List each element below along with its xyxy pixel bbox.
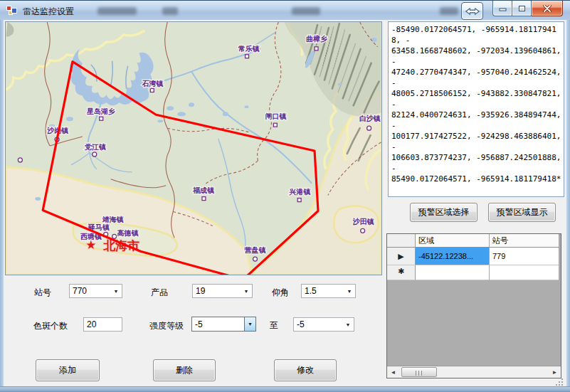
cell-station[interactable]: 779 — [490, 248, 559, 265]
minimize-icon — [499, 5, 507, 11]
add-button[interactable]: 添加 — [36, 359, 100, 381]
grid-header-row: 区域 站号 — [387, 234, 561, 248]
chevron-down-icon[interactable]: ▼ — [110, 285, 122, 297]
window-border-left — [0, 20, 4, 386]
spot-count-label: 色斑个数 — [33, 320, 68, 332]
town-label: 沙田镇 — [352, 218, 375, 226]
intensity-to-combobox[interactable]: -5 ▼ — [293, 317, 354, 332]
town-label: 党江镇 — [85, 143, 107, 151]
table-row[interactable]: ▶ -45122.12238... 779 — [387, 248, 561, 265]
delete-button[interactable]: 删除 — [153, 359, 216, 381]
resize-grip[interactable] — [556, 378, 564, 386]
chevron-down-icon[interactable]: ▼ — [342, 318, 354, 331]
intensity-label: 强度等级 — [149, 320, 184, 332]
grid-corner-cell — [387, 234, 416, 248]
glass-blur-text — [162, 7, 178, 15]
grid-horizontal-scrollbar[interactable]: ◄ ► — [387, 366, 561, 378]
town-label: 曲樟乡 — [306, 35, 327, 43]
elevation-label: 仰角 — [272, 287, 289, 299]
titlebar[interactable]: 雷达监控设置 — [0, 0, 570, 20]
chevron-down-icon[interactable]: ▼ — [344, 285, 355, 297]
city-star-icon: ★ — [85, 238, 96, 252]
product-combobox[interactable]: 19 ▼ — [192, 284, 253, 298]
town-label: 石湾镇 — [141, 80, 164, 88]
spot-count-input[interactable]: 20 — [83, 317, 122, 332]
elevation-combobox[interactable]: 1.5 ▼ — [301, 284, 356, 298]
grid-header-station[interactable]: 站号 — [490, 234, 559, 248]
town-label: 营盘镇 — [244, 246, 267, 254]
scroll-right-icon[interactable]: ► — [549, 366, 561, 378]
town-label: 星岛湖乡 — [87, 107, 115, 115]
row-current-indicator: ▶ — [387, 248, 416, 265]
town-label: 闸口镇 — [265, 112, 287, 120]
grid-header-area[interactable]: 区域 — [416, 234, 490, 248]
warning-area-select-button[interactable]: 预警区域选择 — [410, 203, 477, 222]
minimize-button[interactable] — [492, 1, 512, 16]
map-view[interactable]: 常乐镇 曲樟乡 石湾镇 星岛湖乡 沙岗镇 党江镇 闸口镇 白沙镇 福成镇 兴港镇… — [5, 21, 382, 275]
chevron-down-icon[interactable]: ▼ — [241, 285, 252, 297]
scroll-left-icon[interactable]: ◄ — [387, 366, 399, 378]
city-label: 北海市 — [102, 239, 139, 253]
cell-area[interactable]: -45122.12238... — [416, 248, 490, 265]
grid-empty-area — [387, 280, 561, 352]
glass-blur-text — [97, 7, 137, 15]
close-icon — [543, 5, 551, 12]
coordinates-textbox[interactable]: -85490.0172064571, -965914.181179418, - … — [388, 21, 564, 197]
glass-blur-text — [440, 7, 458, 15]
intensity-from-combobox[interactable]: -5 ▼ — [191, 317, 256, 332]
table-new-row[interactable]: ✱ — [387, 265, 561, 280]
radar-settings-window: 雷达监控设置 — [0, 0, 570, 392]
station-combobox[interactable]: 770 ▼ — [69, 284, 122, 298]
window-border-bottom — [0, 386, 570, 392]
town-label: 兴港镇 — [288, 188, 311, 196]
maximize-icon — [518, 5, 526, 12]
town-label: 福成镇 — [192, 186, 215, 194]
window-switcher-button[interactable] — [461, 2, 483, 20]
town-label: 高德镇 — [117, 229, 139, 237]
scrollbar-thumb[interactable] — [401, 367, 437, 377]
double-arrow-icon — [465, 7, 480, 16]
town-label: 靖海镇 — [102, 216, 125, 223]
warning-area-grid[interactable]: 区域 站号 ▶ -45122.12238... 779 ✱ ◄ ► — [386, 233, 561, 378]
window-title: 雷达监控设置 — [23, 6, 74, 18]
station-label: 站号 — [34, 287, 51, 299]
app-icon — [6, 5, 18, 16]
to-label: 至 — [270, 319, 278, 332]
maximize-button[interactable] — [512, 1, 532, 16]
window-border-right — [566, 20, 570, 386]
close-button[interactable] — [532, 1, 563, 16]
product-label: 产品 — [151, 287, 168, 299]
chevron-down-icon[interactable]: ▼ — [244, 317, 255, 331]
cell-station-empty[interactable] — [490, 265, 559, 280]
warning-area-display-button[interactable]: 预警区域显示 — [488, 203, 556, 222]
town-label: 白沙镇 — [359, 115, 381, 122]
modify-button[interactable]: 修改 — [274, 359, 337, 381]
glass-blur-text — [292, 7, 320, 15]
caption-buttons — [492, 1, 563, 16]
town-label: 常乐镇 — [238, 45, 260, 53]
cell-area-empty[interactable] — [416, 265, 490, 280]
new-row-indicator: ✱ — [387, 265, 416, 280]
